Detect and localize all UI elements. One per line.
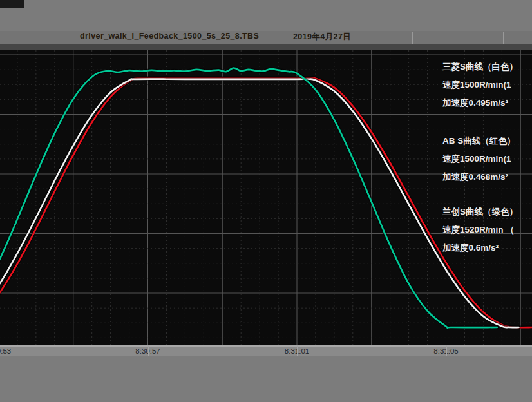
curve-Lanchuang S-curve (green) — [0, 68, 497, 327]
legend-block-red: AB S曲线（红色） 速度1500R/min(1 加速度0.468m/s² — [442, 132, 532, 186]
legend-speed: 速度1500R/min(1 — [442, 150, 532, 168]
curve-halo — [0, 68, 497, 327]
legend-title: 三菱S曲线（白色） — [442, 58, 532, 76]
legend-accel: 加速度0.495m/s² — [442, 94, 532, 112]
legend-title: AB S曲线（红色） — [442, 132, 532, 150]
bottom-margin — [0, 356, 532, 402]
x-tick-mark — [297, 345, 298, 356]
legend-accel: 加速度0.468m/s² — [442, 168, 532, 186]
x-tick-mark — [148, 345, 149, 356]
legend-speed: 速度1520R/min （ — [442, 221, 532, 239]
legend-block-green: 兰创S曲线（绿色） 速度1520R/min （ 加速度0.6m/s² — [442, 203, 532, 257]
legend-speed: 速度1500R/min(1 — [442, 76, 532, 94]
legend-accel: 加速度0.6m/s² — [442, 239, 532, 257]
x-tick-label: 8:30:53 — [0, 347, 11, 355]
legend-block-white: 三菱S曲线（白色） 速度1500R/min(1 加速度0.495m/s² — [442, 58, 532, 112]
x-axis-band: 8:30:538:30:578:31:018:31:05 — [0, 347, 532, 356]
legend-title: 兰创S曲线（绿色） — [442, 203, 532, 221]
tbs-curve-viewer: { "window": { "title": "driver_walk_I_Fe… — [0, 0, 532, 402]
x-tick-mark — [446, 345, 447, 356]
